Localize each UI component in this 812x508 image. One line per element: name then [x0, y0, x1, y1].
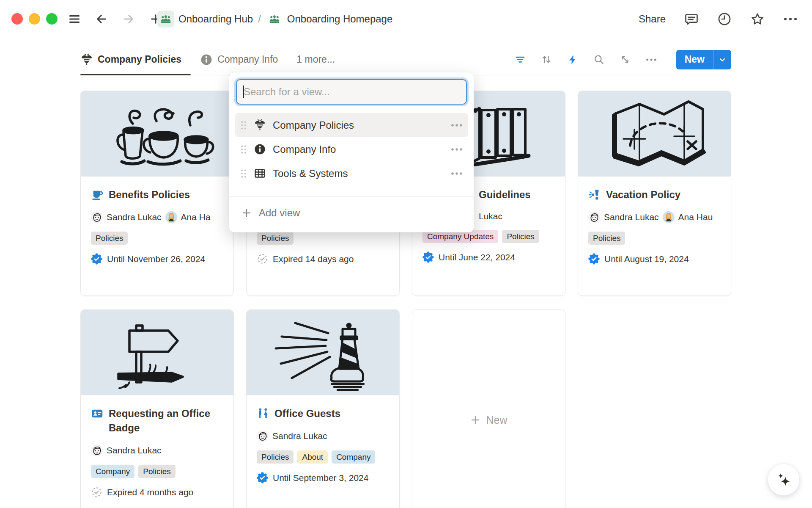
card-tags: CompanyPolicies	[91, 465, 223, 478]
close-window-button[interactable]	[11, 13, 23, 25]
people-icon	[157, 11, 174, 28]
tag-policies: Policies	[91, 232, 128, 245]
card-cover-image	[81, 91, 233, 177]
new-card-inner: New	[470, 414, 507, 426]
tab-1-more[interactable]: 1 more...	[296, 44, 335, 75]
avatar	[91, 211, 103, 223]
info-icon	[200, 53, 213, 66]
card-benefits-policies[interactable]: Benefits PoliciesSandra LukacAna HaPolic…	[80, 91, 234, 296]
drag-handle-icon[interactable]	[240, 169, 247, 178]
card-status: Until September 3, 2024	[257, 472, 389, 483]
card-authors: Sandra LukacAna Ha	[91, 211, 223, 223]
expired-icon	[257, 253, 268, 265]
back-button[interactable]	[93, 11, 110, 28]
search-icon[interactable]	[593, 54, 604, 65]
author-name: Sandra Lukac	[107, 445, 162, 456]
card-authors: Sandra LukacAna Hau	[588, 211, 721, 223]
view-menu-item-label: Company Info	[273, 144, 336, 155]
mug-icon	[91, 188, 104, 201]
verified-icon	[422, 251, 434, 263]
card-status-text: Expired 14 days ago	[273, 254, 354, 264]
breadcrumb-label: Onboarding Hub	[178, 13, 253, 25]
verified-icon	[257, 472, 268, 483]
minimize-window-button[interactable]	[29, 13, 40, 25]
badge-icon	[91, 407, 104, 420]
avatar	[91, 444, 103, 456]
tab-company-info[interactable]: Company Info	[200, 44, 278, 75]
view-options-icon[interactable]	[646, 54, 657, 65]
card-tags: Policies	[588, 232, 721, 245]
share-button[interactable]: Share	[639, 13, 666, 25]
menu-divider	[229, 196, 474, 197]
tag-policies: Policies	[257, 232, 294, 245]
card-status: Expired 4 months ago	[91, 486, 223, 498]
card-office-guests[interactable]: Office GuestsSandra LukacPoliciesAboutCo…	[246, 309, 400, 508]
tab-company-policies[interactable]: Company Policies	[80, 44, 191, 75]
comments-icon[interactable]	[684, 12, 699, 26]
breadcrumb-item-onboarding-homepage[interactable]: Onboarding Homepage	[266, 11, 393, 28]
bee-icon	[80, 53, 93, 66]
titlebar: Onboarding Hub / Onboarding Homepage Sha…	[0, 0, 812, 38]
drag-handle-icon[interactable]	[240, 145, 247, 154]
text-caret	[243, 86, 244, 98]
author: Ana Hau	[663, 211, 713, 223]
card-requesting-an-office-badge[interactable]: Requesting an Office BadgeSandra LukacCo…	[80, 309, 234, 508]
view-menu-item-tools-systems[interactable]: Tools & Systems	[235, 161, 468, 185]
card-tags: PoliciesAboutCompany	[257, 450, 389, 464]
card-body: Office GuestsSandra LukacPoliciesAboutCo…	[247, 395, 399, 483]
expired-icon	[91, 486, 102, 498]
author: Sandra Lukac	[91, 444, 162, 456]
item-options-icon[interactable]	[451, 148, 463, 151]
item-options-icon[interactable]	[451, 124, 463, 127]
filter-icon[interactable]	[515, 54, 526, 65]
add-view-button[interactable]: Add view	[235, 199, 468, 227]
card-cover-image	[578, 91, 731, 177]
sort-icon[interactable]	[541, 54, 552, 65]
automation-bolt-icon[interactable]	[567, 54, 578, 65]
item-options-icon[interactable]	[451, 172, 463, 175]
ai-assistant-button[interactable]	[768, 464, 799, 495]
avatar	[165, 211, 177, 223]
card-status-text: Expired 4 months ago	[107, 487, 193, 497]
alert-sun-icon	[588, 188, 601, 201]
new-card-button[interactable]: New	[412, 309, 565, 508]
card-status: Until November 26, 2024	[91, 253, 223, 265]
breadcrumb-item-onboarding-hub[interactable]: Onboarding Hub	[157, 11, 253, 28]
history-clock-icon[interactable]	[717, 12, 732, 26]
card-authors: Sandra Lukac	[91, 444, 223, 456]
view-menu-item-company-info[interactable]: Company Info	[235, 137, 468, 161]
author-name: Ana Hau	[678, 212, 713, 222]
author: Sandra Lukac	[588, 211, 659, 223]
author-name: Ana Ha	[181, 212, 211, 222]
zoom-window-button[interactable]	[46, 13, 58, 25]
sidebar-menu-icon[interactable]	[66, 11, 83, 28]
view-search-input[interactable]	[237, 80, 466, 104]
drag-handle-icon[interactable]	[240, 121, 247, 130]
add-view-label: Add view	[259, 207, 300, 219]
view-search-field[interactable]	[236, 79, 467, 105]
new-button-label[interactable]: New	[676, 54, 713, 65]
favorite-star-icon[interactable]	[750, 12, 765, 26]
tag-policies: Policies	[588, 232, 625, 245]
chevron-down-icon[interactable]	[713, 55, 731, 64]
card-vacation-policy[interactable]: Vacation PolicySandra LukacAna HauPolici…	[578, 91, 731, 296]
expand-icon[interactable]	[620, 54, 631, 65]
view-menu-item-label: Company Policies	[273, 119, 354, 131]
bee-icon	[254, 119, 266, 131]
forward-button[interactable]	[120, 11, 137, 28]
more-options-icon[interactable]	[783, 12, 798, 26]
author-name: Sandra Lukac	[272, 431, 327, 441]
author-name: Sandra Lukac	[107, 212, 162, 222]
tab-label: Company Info	[217, 54, 278, 65]
view-menu-item-company-policies[interactable]: Company Policies	[235, 113, 468, 137]
info-icon	[254, 143, 266, 155]
card-title-text: Guidelines	[479, 188, 531, 202]
verified-icon	[91, 253, 102, 265]
avatar	[663, 211, 675, 223]
card-status: Until August 19, 2024	[588, 253, 721, 265]
card-cover-image	[247, 310, 399, 395]
card-title: Requesting an Office Badge	[91, 406, 223, 435]
author: Lukac	[479, 211, 502, 221]
author-name: Sandra Lukac	[604, 212, 659, 222]
new-button[interactable]: New	[676, 50, 731, 69]
